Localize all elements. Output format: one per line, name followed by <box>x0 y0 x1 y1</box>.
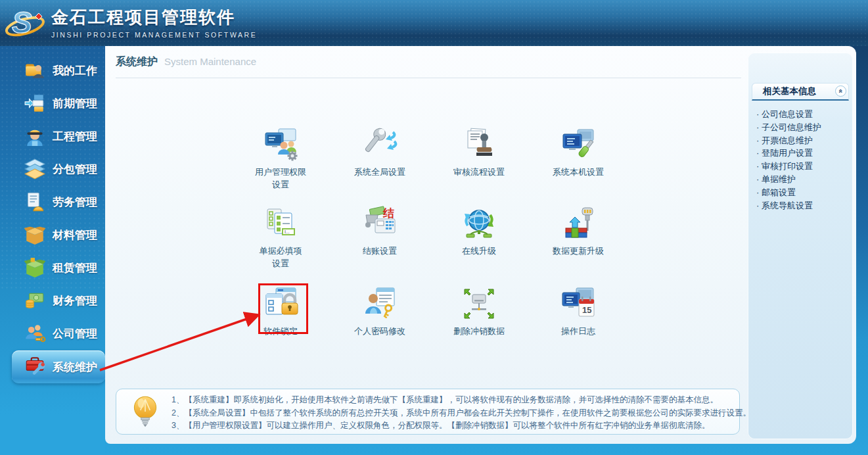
app-title: 金石工程项目管理软件 <box>51 6 257 29</box>
tips-box: 1、【系统重建】即系统初始化，开始使用本软件之前请先做下【系统重建】，可以将软件… <box>116 389 740 435</box>
sidebar-item-early-stage[interactable]: 前期管理 <box>0 87 105 120</box>
user-permission-settings-icon <box>263 127 298 162</box>
grid-item-operation-log[interactable]: 15 操作日志 <box>532 286 624 337</box>
related-link-document-maintenance[interactable]: 单据维护 <box>756 173 849 186</box>
grid-item-audit-flow-settings[interactable]: 审核流程设置 <box>433 127 525 178</box>
app-header: S 金石工程项目管理软件 JINSHI PROJECT MANAGEMENT S… <box>0 0 868 46</box>
header-divider <box>116 78 741 78</box>
related-link-audit-print-settings[interactable]: 审核打印设置 <box>756 160 849 173</box>
finance-icon <box>24 289 46 312</box>
grid-item-label: 操作日志 <box>532 326 624 337</box>
tip-line-2: 2、【系统全局设置】中包括了整个软件系统的所有总控开关项，系统中所有用户都会在此… <box>171 407 733 420</box>
grid-item-system-local-settings[interactable]: 系统本机设置 <box>532 127 624 178</box>
page-head: 系统维护 System Maintenance <box>116 55 256 69</box>
personal-password-icon <box>362 286 398 322</box>
related-link-system-navigation-settings[interactable]: 系统导航设置 <box>756 199 849 212</box>
sidebar-item-label: 租赁管理 <box>53 260 97 275</box>
grid-item-label: 个人密码修改 <box>334 326 426 337</box>
grid-item-label-line2: 设置 <box>235 258 327 269</box>
system-maintenance-icon <box>24 356 46 378</box>
page-subtitle: System Maintenance <box>164 56 256 67</box>
grid-item-label: 系统全局设置 <box>334 167 426 178</box>
data-update-upgrade-icon <box>560 206 596 241</box>
delete-writeoff-data-icon <box>461 286 497 322</box>
company-icon <box>24 322 46 345</box>
related-panel-header: 相关基本信息 <box>752 83 849 101</box>
sidebar-item-label: 系统维护 <box>53 360 97 375</box>
grid-item-label: 审核流程设置 <box>433 167 525 178</box>
early-stage-icon <box>24 92 46 114</box>
audit-flow-settings-icon <box>461 127 497 162</box>
sidebar-item-material[interactable]: 材料管理 <box>0 218 105 251</box>
tip-line-3: 3、【用户管理权限设置】可以建立操作用户、定义权限角色，分配权限等。【删除冲销数… <box>171 419 733 433</box>
subcontract-icon <box>24 158 46 180</box>
svg-text:S: S <box>12 5 32 39</box>
related-link-invoice-info-maintenance[interactable]: 开票信息维护 <box>756 134 849 147</box>
main-sidebar: 我的工作 前期管理 工程管理 分包管理 劳务管理 <box>0 46 105 455</box>
grid-item-delete-writeoff-data[interactable]: 删除冲销数据 <box>433 286 525 337</box>
sidebar-item-label: 分包管理 <box>53 162 97 177</box>
collapse-button[interactable]: « <box>835 85 846 97</box>
app-logo-icon: S <box>4 3 46 45</box>
related-link-list: 公司信息设置 子公司信息维护 开票信息维护 登陆用户设置 审核打印设置 单据维护… <box>756 108 849 212</box>
grid-item-user-permission-settings[interactable]: 用户管理权限 设置 <box>235 127 327 190</box>
tip-line-1: 1、【系统重建】即系统初始化，开始使用本软件之前请先做下【系统重建】，可以将软件… <box>171 394 733 407</box>
related-panel-title: 相关基本信息 <box>763 85 816 97</box>
sidebar-item-system-maintenance[interactable]: 系统维护 <box>12 350 105 383</box>
grid-item-personal-password-change[interactable]: 个人密码修改 <box>334 286 426 337</box>
sidebar-item-labor[interactable]: 劳务管理 <box>0 185 105 218</box>
sidebar-item-label: 材料管理 <box>53 228 97 243</box>
settlement-settings-icon: 结 <box>362 206 398 241</box>
operation-log-icon: 15 <box>560 286 596 322</box>
sidebar-item-label: 工程管理 <box>53 129 97 144</box>
grid-item-label: 数据更新升级 <box>532 246 624 256</box>
engineering-icon <box>24 125 46 147</box>
related-link-subsidiary-info-maintenance[interactable]: 子公司信息维护 <box>756 121 849 134</box>
leasing-icon <box>24 256 46 279</box>
online-upgrade-icon <box>461 206 497 241</box>
grid-item-label-line2: 设置 <box>235 180 327 190</box>
sidebar-item-company[interactable]: 公司管理 <box>0 317 105 350</box>
page-title: 系统维护 <box>116 55 158 69</box>
software-lock-icon <box>263 286 298 322</box>
sidebar-item-label: 前期管理 <box>53 96 97 111</box>
grid-item-online-upgrade[interactable]: 在线升级 <box>433 206 525 256</box>
sidebar-item-engineering[interactable]: 工程管理 <box>0 120 105 153</box>
sidebar-item-subcontract[interactable]: 分包管理 <box>0 153 105 185</box>
sidebar-item-leasing[interactable]: 租赁管理 <box>0 251 105 284</box>
svg-text:15: 15 <box>582 305 591 315</box>
chevron-up-icon: « <box>837 89 844 93</box>
grid-item-system-global-settings[interactable]: 系统全局设置 <box>334 127 426 178</box>
grid-item-label: 软件锁定 <box>235 326 327 337</box>
lightbulb-icon <box>127 394 164 431</box>
sidebar-item-label: 公司管理 <box>53 326 97 341</box>
related-info-panel: 相关基本信息 « 公司信息设置 子公司信息维护 开票信息维护 登陆用户设置 审核… <box>748 53 853 439</box>
grid-item-label: 删除冲销数据 <box>433 326 525 337</box>
grid-item-label: 结账设置 <box>334 246 426 256</box>
required-fields-settings-icon: I... <box>263 206 298 241</box>
svg-text:结: 结 <box>382 207 394 220</box>
related-link-company-info-settings[interactable]: 公司信息设置 <box>756 108 849 121</box>
grid-item-label: 用户管理权限 <box>235 167 327 178</box>
grid-item-required-fields-settings[interactable]: I... 单据必填项 设置 <box>235 206 327 269</box>
grid-item-label: 单据必填项 <box>235 246 327 256</box>
grid-item-data-update-upgrade[interactable]: 数据更新升级 <box>532 206 624 256</box>
sidebar-item-finance[interactable]: 财务管理 <box>0 284 105 317</box>
app-subtitle: JINSHI PROJECT MANAGEMENT SOFTWARE <box>51 31 257 39</box>
labor-icon <box>24 191 46 213</box>
system-local-settings-icon <box>560 127 596 162</box>
sidebar-item-label: 我的工作 <box>53 63 97 78</box>
grid-item-label: 系统本机设置 <box>532 167 624 178</box>
svg-text:I...: I... <box>285 229 290 234</box>
grid-item-settlement-settings[interactable]: 结 结账设置 <box>334 206 426 256</box>
grid-item-label: 在线升级 <box>433 246 525 256</box>
sidebar-item-my-work[interactable]: 我的工作 <box>0 54 105 87</box>
grid-item-software-lock[interactable]: 软件锁定 <box>235 286 327 337</box>
content-panel: 系统维护 System Maintenance 用户管理权限 设置 <box>105 46 856 444</box>
my-work-icon <box>24 59 46 82</box>
sidebar-item-label: 劳务管理 <box>53 195 97 210</box>
related-link-mailbox-settings[interactable]: 邮箱设置 <box>756 186 849 199</box>
sidebar-item-label: 财务管理 <box>53 293 97 308</box>
related-link-login-user-settings[interactable]: 登陆用户设置 <box>756 147 849 160</box>
material-icon <box>24 224 46 246</box>
